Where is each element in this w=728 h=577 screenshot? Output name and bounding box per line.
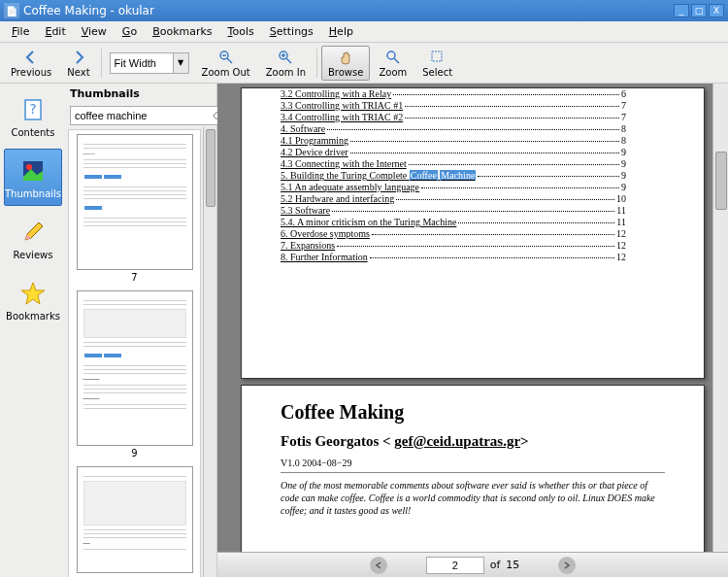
toc-row[interactable]: 5. Building the Turing Complete Coffee M… xyxy=(281,170,626,181)
close-button[interactable]: X xyxy=(709,4,724,17)
toc-row[interactable]: 4.2 Device driver9 xyxy=(281,147,626,157)
svg-point-7 xyxy=(387,51,395,59)
magnifier-icon xyxy=(384,49,402,66)
menu-go[interactable]: Go xyxy=(115,23,145,40)
minimize-button[interactable]: _ xyxy=(674,4,689,17)
zoom-out-button[interactable]: Zoom Out xyxy=(195,46,257,81)
search-input[interactable] xyxy=(71,108,213,123)
menu-edit[interactable]: Edit xyxy=(37,23,73,40)
zoom-input[interactable] xyxy=(111,55,173,71)
panel-title: Thumbnails xyxy=(66,84,216,104)
toc-row[interactable]: 4.1 Programming8 xyxy=(281,135,626,146)
thumbnail-item[interactable]: ━━━ xyxy=(73,466,196,573)
chevron-down-icon[interactable]: ▼ xyxy=(173,53,188,73)
tab-reviews[interactable]: Reviews xyxy=(4,210,62,267)
viewer-scrollbar[interactable] xyxy=(712,84,728,552)
doc-author: Fotis Georgatos < gef@ceid.upatras.gr> xyxy=(281,433,665,450)
toc-row[interactable]: 8. Further Information12 xyxy=(281,252,626,262)
tab-bookmarks[interactable]: Bookmarks xyxy=(4,271,62,328)
toc-row[interactable]: 5.3 Software11 xyxy=(281,205,626,216)
menu-settings[interactable]: Settings xyxy=(262,23,321,40)
pencil-icon xyxy=(17,217,49,248)
svg-line-4 xyxy=(286,58,291,63)
window-title: Coffee Making - okular xyxy=(23,4,154,17)
arrow-left-icon xyxy=(22,49,40,66)
tab-thumbnails[interactable]: Thumbnails xyxy=(4,149,62,206)
svg-rect-9 xyxy=(432,51,442,61)
document-page: 3.2 Controlling with a Relay63.3 Control… xyxy=(241,87,705,379)
toc-row[interactable]: 3.3 Controlling with TRIAC #17 xyxy=(281,100,626,111)
zoom-selector[interactable]: ▼ xyxy=(110,52,189,74)
svg-line-8 xyxy=(394,58,399,63)
document-page: Coffee Making Fotis Georgatos < gef@ceid… xyxy=(241,385,705,552)
thumbnail-item[interactable]: ━━━━━━━ ━━━━━━━ 9 xyxy=(73,290,196,458)
toc-row[interactable]: 3.4 Controlling with TRIAC #27 xyxy=(281,112,626,122)
menu-view[interactable]: View xyxy=(74,23,115,40)
svg-line-1 xyxy=(227,58,232,63)
doc-intro: One of the most memorable comments about… xyxy=(281,479,665,517)
contents-icon: ? xyxy=(17,94,49,125)
page-input[interactable] xyxy=(426,557,484,574)
menu-help[interactable]: Help xyxy=(321,23,361,40)
toc-row[interactable]: 4.3 Connecting with the Internet9 xyxy=(281,158,626,169)
next-button[interactable]: Next xyxy=(60,46,96,81)
panel-scrollbar[interactable] xyxy=(203,127,216,577)
toc-row[interactable]: 5.4. A minor criticism on the Turing Mac… xyxy=(281,217,626,227)
toc-row[interactable]: 6. Overdose symptoms12 xyxy=(281,228,626,239)
toc-row[interactable]: 5.2 Hardware and interfacing10 xyxy=(281,193,626,204)
star-icon xyxy=(17,278,49,309)
thumbnails-icon xyxy=(17,155,49,187)
zoom-out-icon xyxy=(217,49,235,66)
zoom-in-icon xyxy=(277,49,294,66)
toc-row[interactable]: 5.1 An adequate assembly language9 xyxy=(281,182,626,192)
browse-button[interactable]: Browse xyxy=(321,46,370,81)
menu-file[interactable]: File xyxy=(4,23,37,40)
page-next-button[interactable] xyxy=(558,557,576,574)
app-icon: 📄 xyxy=(4,3,19,18)
zoom-tool-button[interactable]: Zoom xyxy=(372,46,414,81)
page-of-label: of xyxy=(490,559,501,571)
thumbnail-item[interactable]: ━━━━━ 7 xyxy=(73,134,196,283)
select-icon xyxy=(429,49,447,66)
arrow-right-icon xyxy=(70,49,87,66)
toc-row[interactable]: 4. Software8 xyxy=(281,123,626,134)
maximize-button[interactable]: □ xyxy=(691,4,707,17)
thumbnails-list[interactable]: ━━━━━ 7 xyxy=(68,129,201,577)
previous-button[interactable]: Previous xyxy=(4,46,58,81)
document-viewport[interactable]: 3.2 Controlling with a Relay63.3 Control… xyxy=(217,84,728,552)
svg-text:?: ? xyxy=(29,101,36,117)
thumbnail-label: 9 xyxy=(131,448,137,458)
doc-title: Coffee Making xyxy=(281,401,665,424)
select-button[interactable]: Select xyxy=(415,46,459,81)
zoom-in-button[interactable]: Zoom In xyxy=(259,46,313,81)
page-total: 15 xyxy=(506,559,519,571)
menu-tools[interactable]: Tools xyxy=(220,23,262,40)
menu-bookmarks[interactable]: Bookmarks xyxy=(145,23,219,40)
tab-contents[interactable]: ? Contents xyxy=(4,87,62,145)
doc-version: V1.0 2004−08−29 xyxy=(281,458,665,468)
toc-row[interactable]: 7. Expansions12 xyxy=(281,240,626,251)
page-prev-button[interactable] xyxy=(370,557,387,574)
toc-row[interactable]: 3.2 Controlling with a Relay6 xyxy=(281,88,626,99)
hand-icon xyxy=(337,49,354,66)
thumbnail-label: 7 xyxy=(131,272,137,283)
